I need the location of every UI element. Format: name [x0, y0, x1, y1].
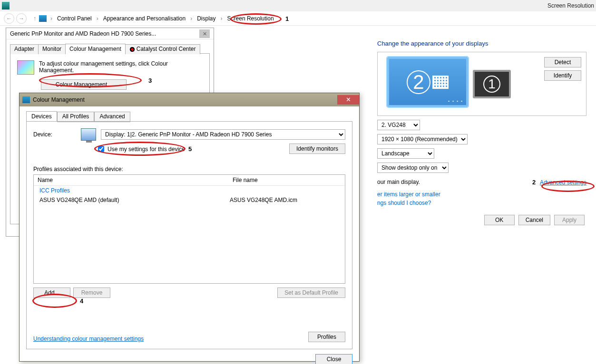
monitor-2[interactable]: 2 • • • • [387, 57, 468, 107]
profile-name: ASUS VG248QE AMD (default) [39, 197, 230, 203]
add-button[interactable]: Add... [33, 287, 70, 298]
profile-group: ICC Profiles [34, 186, 345, 195]
breadcrumb-appearance[interactable]: Appearance and Personalisation [101, 14, 187, 23]
window-title: Screen Resolution [547, 2, 594, 9]
colour-management-icon [17, 60, 34, 75]
catalyst-icon [129, 47, 135, 52]
up-arrow-icon[interactable]: ↑ [33, 15, 36, 22]
tab-all-profiles[interactable]: All Profiles [57, 112, 95, 122]
colour-management-button[interactable]: Colour Management... [41, 79, 127, 90]
dialog-title: Generic PnP Monitor and AMD Radeon HD 79… [10, 30, 199, 37]
monitor-1[interactable]: 1 [473, 70, 511, 98]
chevron-icon: › [190, 15, 192, 22]
close-button[interactable]: ✕ [199, 29, 210, 38]
apply-button: Apply [554, 215, 585, 225]
control-panel-icon [39, 15, 47, 22]
displays-preview[interactable]: 2 • • • • 1 Detect Identify [377, 52, 586, 116]
use-my-settings-label: Use my settings for this device [107, 146, 185, 153]
tab-devices[interactable]: Devices [26, 111, 57, 122]
display-select[interactable]: 2. VG248 [377, 120, 420, 130]
advanced-settings-link[interactable]: Advanced settings [540, 179, 586, 186]
column-name[interactable]: Name [38, 177, 233, 183]
drag-handle-icon: • • • • [448, 99, 463, 103]
dialog-title: Colour Management [33, 96, 337, 103]
chevron-icon: › [50, 15, 52, 22]
ok-button[interactable]: OK [484, 215, 515, 225]
profile-row[interactable]: ASUS VG248QE AMD (default) ASUS VG248QE … [34, 195, 345, 205]
what-settings-link[interactable]: ngs should I choose? [377, 200, 431, 206]
tab-colour-management[interactable]: Colour Management [65, 44, 126, 54]
main-display-text: our main display. [377, 179, 420, 185]
keyboard-icon [432, 76, 449, 89]
identify-monitors-button[interactable]: Identify monitors [289, 144, 345, 154]
monitor-number-badge: 1 [483, 76, 500, 93]
multiple-displays-select[interactable]: Show desktop only on 2 [377, 163, 449, 173]
column-file[interactable]: File name [233, 177, 258, 183]
profiles-label: Profiles associated with this device: [33, 166, 345, 172]
use-my-settings-checkbox[interactable] [98, 146, 104, 152]
dialog-titlebar[interactable]: Colour Management ✕ [20, 93, 359, 106]
breadcrumb-display[interactable]: Display [195, 14, 217, 23]
page-heading: Change the appearance of your displays [377, 40, 586, 47]
tab-catalyst-control-center[interactable]: Catalyst Control Center [125, 44, 200, 54]
orientation-select[interactable]: Landscape [377, 148, 434, 159]
breadcrumb-screen-resolution[interactable]: Screen Resolution [225, 14, 276, 23]
detect-button[interactable]: Detect [544, 57, 581, 67]
dialog-icon [22, 96, 30, 103]
tab-adapter[interactable]: Adapter [10, 44, 39, 54]
profile-list[interactable]: Name File name ICC Profiles ASUS VG248QE… [33, 174, 345, 284]
close-dialog-button[interactable]: Close [315, 354, 352, 364]
chevron-icon: › [221, 15, 223, 22]
colour-management-dialog: Colour Management ✕ Devices All Profiles… [19, 93, 360, 362]
identify-button[interactable]: Identify [544, 70, 581, 81]
back-button[interactable]: ← [4, 13, 14, 24]
app-icon [2, 2, 10, 10]
cancel-button[interactable]: Cancel [518, 215, 550, 225]
larger-smaller-link[interactable]: er items larger or smaller [377, 191, 440, 198]
profile-file: ASUS VG248QE AMD.icm [230, 197, 297, 203]
forward-button[interactable]: → [16, 13, 27, 24]
screen-resolution-panel: Change the appearance of your displays 2… [372, 27, 596, 225]
resolution-select[interactable]: 1920 × 1080 (Recommended) [377, 134, 468, 144]
info-text: To adjust colour management settings, cl… [39, 60, 172, 74]
tab-advanced[interactable]: Advanced [94, 112, 130, 122]
understanding-link[interactable]: Understanding colour management settings [33, 335, 308, 342]
window-titlebar: Screen Resolution [0, 0, 596, 11]
close-button[interactable]: ✕ [337, 95, 359, 105]
set-default-button: Set as Default Profile [277, 287, 345, 298]
device-label: Device: [33, 131, 76, 138]
remove-button: Remove [73, 287, 110, 298]
monitor-number-badge: 2 [407, 70, 430, 94]
annotation-2: 2 [532, 179, 536, 186]
breadcrumb-control-panel[interactable]: Control Panel [55, 14, 94, 23]
tab-monitor[interactable]: Monitor [38, 44, 66, 54]
chevron-icon: › [97, 15, 98, 22]
profiles-button[interactable]: Profiles [308, 332, 345, 342]
monitor-icon [81, 128, 96, 141]
device-select[interactable]: Display: 1|2. Generic PnP Monitor - AMD … [101, 129, 345, 140]
breadcrumb: ← → ↑ › Control Panel › Appearance and P… [0, 11, 596, 26]
